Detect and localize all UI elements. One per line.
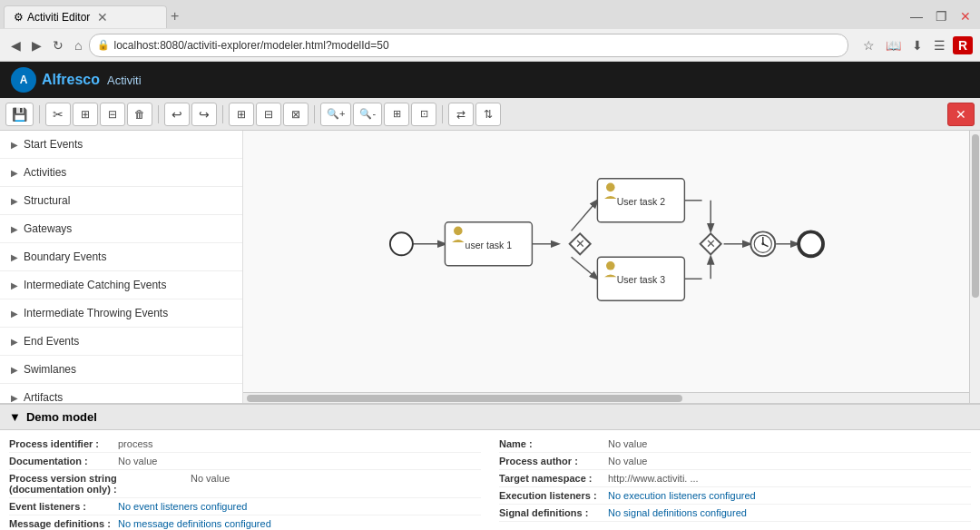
svg-text:✕: ✕ xyxy=(575,237,585,250)
chevron-right-icon: ▶ xyxy=(11,140,18,150)
download-icon[interactable]: ⬇ xyxy=(908,36,926,54)
sidebar-item-label: Structural xyxy=(24,194,70,207)
chevron-right-icon: ▶ xyxy=(11,365,18,375)
maximize-button[interactable]: ❐ xyxy=(930,7,953,25)
home-button[interactable]: ⌂ xyxy=(71,36,85,54)
user-task-2-label: User task 2 xyxy=(617,196,665,207)
sidebar-item-start-events[interactable]: ▶ Start Events xyxy=(0,131,242,159)
prop-label-documentation: Documentation : xyxy=(9,456,118,466)
sidebar-item-boundary-events[interactable]: ▶ Boundary Events xyxy=(0,243,242,271)
zoom-reset-button[interactable]: ⊡ xyxy=(411,103,436,126)
zoom-fit-button[interactable]: ⊞ xyxy=(384,103,409,126)
sidebar-item-gateways[interactable]: ▶ Gateways xyxy=(0,215,242,243)
app-title: Alfresco xyxy=(42,72,100,88)
svg-text:A: A xyxy=(20,74,28,86)
paste-button[interactable]: ⊟ xyxy=(100,103,125,126)
sidebar-item-label: Swimlanes xyxy=(24,363,76,376)
nav-bar: ◀ ▶ ↻ ⌂ 🔒 localhost:8080/activiti-explor… xyxy=(0,29,980,62)
prop-value-process-author: No value xyxy=(608,456,647,466)
horizontal-scrollbar-thumb[interactable] xyxy=(247,395,682,402)
security-icon: 🔒 xyxy=(97,39,110,51)
prop-row-process-author: Process author : No value xyxy=(499,453,971,470)
svg-point-13 xyxy=(454,227,463,236)
align-button-1[interactable]: ⊞ xyxy=(229,103,254,126)
vertical-scrollbar-thumb[interactable] xyxy=(972,134,979,298)
delete-button[interactable]: 🗑 xyxy=(127,103,152,126)
close-editor-button[interactable]: ✕ xyxy=(947,103,975,126)
sidebar-item-activities[interactable]: ▶ Activities xyxy=(0,159,242,187)
redo-button[interactable]: ↪ xyxy=(191,103,217,126)
sidebar-item-label: Intermediate Catching Events xyxy=(24,279,166,291)
sidebar-item-label: Boundary Events xyxy=(24,250,106,263)
prop-label-signal-definitions: Signal definitions : xyxy=(499,507,608,518)
tab-close-button[interactable]: ✕ xyxy=(97,10,108,25)
svg-line-5 xyxy=(572,257,598,279)
properties-title-text: Demo model xyxy=(26,410,97,424)
prop-value-event-listeners[interactable]: No event listeners configured xyxy=(118,501,247,512)
forward-button[interactable]: ▶ xyxy=(28,36,45,54)
browser-tab[interactable]: ⚙ Activiti Editor ✕ xyxy=(4,5,167,28)
browser-tab-favicon: ⚙ xyxy=(14,11,24,24)
properties-left-column: Process identifier : process Documentati… xyxy=(0,436,490,530)
sidebar-item-label: Intermediate Throwing Events xyxy=(24,307,168,319)
app-header: A Alfresco Activiti xyxy=(0,62,980,98)
chevron-right-icon: ▶ xyxy=(11,393,18,403)
prop-value-signal-definitions[interactable]: No signal definitions configured xyxy=(608,507,747,518)
prop-row-signal-definitions: Signal definitions : No signal definitio… xyxy=(499,505,971,522)
reader-icon[interactable]: 📖 xyxy=(882,36,905,54)
settings-icon[interactable]: ☰ xyxy=(930,36,949,54)
sidebar-item-intermediate-throwing[interactable]: ▶ Intermediate Throwing Events xyxy=(0,299,242,328)
prop-value-message-definitions[interactable]: No message definitions configured xyxy=(118,518,271,529)
horizontal-scrollbar[interactable] xyxy=(243,392,969,403)
app-subtitle: Activiti xyxy=(107,74,142,87)
align-button-2[interactable]: ⊟ xyxy=(256,103,281,126)
save-button[interactable]: 💾 xyxy=(5,103,34,126)
svg-text:✕: ✕ xyxy=(706,237,716,250)
sidebar-item-structural[interactable]: ▶ Structural xyxy=(0,187,242,215)
copy-button[interactable]: ⊞ xyxy=(73,103,98,126)
browser-actions: ☆ 📖 ⬇ ☰ R xyxy=(859,36,973,54)
end-event-shape xyxy=(799,231,823,256)
profile-icon[interactable]: R xyxy=(953,36,973,54)
cut-button[interactable]: ✂ xyxy=(45,103,71,126)
svg-point-21 xyxy=(761,242,764,245)
vertical-scrollbar[interactable] xyxy=(969,131,980,403)
zoom-out-button[interactable]: 🔍- xyxy=(353,103,382,126)
address-bar[interactable]: 🔒 localhost:8080/activiti-explorer/model… xyxy=(89,34,848,57)
toolbar-separator-5 xyxy=(442,105,443,123)
prop-value-name: No value xyxy=(608,438,647,449)
canvas-area[interactable]: user task 1 ✕ User task 2 User task 3 ✕ xyxy=(243,131,980,403)
chevron-right-icon: ▶ xyxy=(11,337,18,347)
properties-grid: Process identifier : process Documentati… xyxy=(0,430,980,530)
bookmark-icon[interactable]: ☆ xyxy=(859,36,878,54)
collapse-arrow-icon[interactable]: ▼ xyxy=(9,410,21,424)
toggle-button-1[interactable]: ⇄ xyxy=(448,103,474,126)
prop-value-documentation: No value xyxy=(118,456,157,466)
prop-row-documentation: Documentation : No value xyxy=(9,453,481,470)
zoom-in-button[interactable]: 🔍+ xyxy=(320,103,351,126)
chevron-right-icon: ▶ xyxy=(11,280,18,290)
refresh-button[interactable]: ↻ xyxy=(49,36,67,54)
undo-button[interactable]: ↩ xyxy=(164,103,190,126)
sidebar-item-end-events[interactable]: ▶ End Events xyxy=(0,328,242,356)
prop-label-process-author: Process author : xyxy=(499,456,608,466)
new-tab-button[interactable]: + xyxy=(171,8,179,25)
toggle-button-2[interactable]: ⇅ xyxy=(475,103,501,126)
window-close-button[interactable]: ✕ xyxy=(955,7,976,25)
prop-label-process-id: Process identifier : xyxy=(9,438,118,449)
sidebar-item-swimlanes[interactable]: ▶ Swimlanes xyxy=(0,356,242,384)
sidebar: ▶ Start Events ▶ Activities ▶ Structural… xyxy=(0,131,243,403)
back-button[interactable]: ◀ xyxy=(7,36,24,54)
minimize-button[interactable]: — xyxy=(905,7,928,25)
prop-row-name: Name : No value xyxy=(499,436,971,453)
align-button-3[interactable]: ⊠ xyxy=(283,103,309,126)
prop-value-execution-listeners[interactable]: No execution listeners configured xyxy=(608,490,756,501)
user-task-1-label: user task 1 xyxy=(466,240,513,250)
svg-line-4 xyxy=(572,201,598,231)
sidebar-item-intermediate-catching[interactable]: ▶ Intermediate Catching Events xyxy=(0,271,242,299)
toolbar-separator-2 xyxy=(158,105,159,123)
sidebar-item-artifacts[interactable]: ▶ Artifacts xyxy=(0,384,242,403)
toolbar-separator-4 xyxy=(314,105,315,123)
browser-chrome: ⚙ Activiti Editor ✕ + — ❐ ✕ ◀ ▶ ↻ ⌂ 🔒 lo… xyxy=(0,0,980,62)
app-logo: A Alfresco Activiti xyxy=(11,67,142,93)
